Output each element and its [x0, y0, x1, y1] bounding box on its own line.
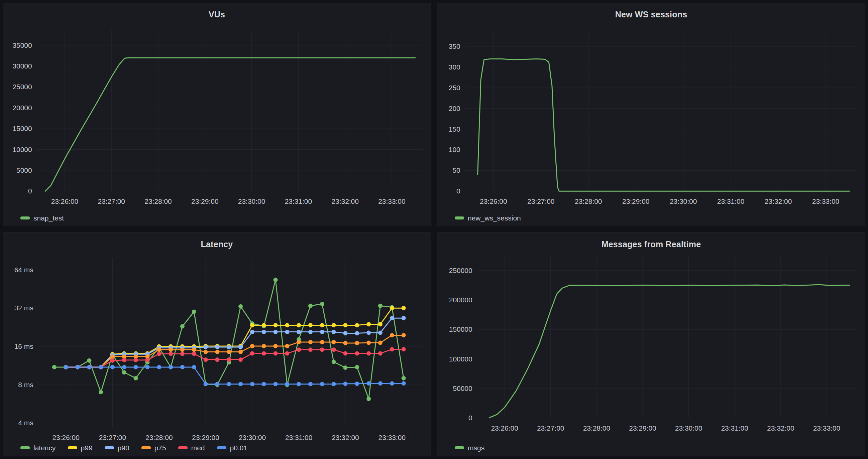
svg-text:23:27:00: 23:27:00	[98, 197, 125, 205]
svg-text:23:30:00: 23:30:00	[238, 197, 265, 205]
svg-text:23:29:00: 23:29:00	[629, 424, 656, 432]
new-ws-sessions-chart[interactable]: 05010015020025030035023:26:0023:27:0023:…	[437, 3, 865, 226]
panel-messages-from-realtime: 05000010000015000020000025000023:26:0023…	[437, 232, 865, 456]
svg-text:23:28:00: 23:28:00	[575, 197, 602, 205]
svg-text:8 ms: 8 ms	[18, 381, 33, 389]
svg-text:23:26:00: 23:26:00	[51, 197, 78, 205]
legend-label: new_ws_session	[468, 215, 521, 222]
legend-swatch-snap_test	[21, 217, 30, 220]
legend-item-snap_test[interactable]: snap_test	[21, 215, 64, 222]
svg-text:23:30:00: 23:30:00	[675, 424, 702, 432]
svg-text:350: 350	[449, 42, 460, 50]
svg-text:23:32:00: 23:32:00	[331, 197, 359, 205]
svg-text:23:29:00: 23:29:00	[191, 197, 218, 205]
svg-text:23:26:00: 23:26:00	[480, 197, 507, 205]
svg-text:0: 0	[468, 414, 472, 422]
vus-chart-svg[interactable]: 0500010000150002000025000300003500023:26…	[3, 3, 431, 226]
svg-text:23:28:00: 23:28:00	[145, 197, 172, 205]
svg-text:23:27:00: 23:27:00	[99, 434, 126, 441]
svg-text:23:32:00: 23:32:00	[765, 197, 792, 205]
panel-latency: 4 ms8 ms16 ms32 ms64 ms23:26:0023:27:002…	[3, 232, 431, 456]
svg-text:23:26:00: 23:26:00	[491, 424, 518, 432]
svg-text:200: 200	[449, 104, 460, 112]
legend-label: msgs	[468, 444, 485, 451]
legend-label: p90	[118, 444, 129, 451]
legend-label: latency	[33, 444, 56, 451]
legend-item-msgs[interactable]: msgs	[455, 444, 485, 451]
svg-text:250000: 250000	[449, 267, 472, 274]
svg-text:300: 300	[449, 63, 460, 71]
latency-chart[interactable]: 4 ms8 ms16 ms32 ms64 ms23:26:0023:27:002…	[3, 233, 431, 456]
messages-chart-svg[interactable]: 05000010000015000020000025000023:26:0023…	[437, 233, 865, 456]
svg-text:100000: 100000	[449, 355, 472, 363]
svg-text:20000: 20000	[12, 104, 32, 111]
svg-text:23:32:00: 23:32:00	[332, 434, 359, 441]
svg-text:100: 100	[449, 146, 460, 153]
svg-text:150: 150	[449, 125, 460, 133]
svg-text:23:33:00: 23:33:00	[813, 424, 840, 432]
svg-text:150000: 150000	[449, 325, 472, 333]
svg-text:30000: 30000	[12, 62, 32, 70]
legend-item-p90[interactable]: p90	[105, 444, 129, 451]
svg-text:23:27:00: 23:27:00	[537, 424, 564, 432]
legend-swatch-med	[178, 446, 188, 449]
legend-label: p75	[154, 444, 166, 451]
legend-label: p99	[81, 444, 93, 451]
messages-chart[interactable]: 05000010000015000020000025000023:26:0023…	[437, 233, 865, 456]
legend-item-p99[interactable]: p99	[68, 444, 93, 451]
svg-text:23:31:00: 23:31:00	[285, 197, 312, 205]
svg-text:0: 0	[28, 187, 32, 195]
svg-text:23:32:00: 23:32:00	[767, 424, 794, 432]
svg-text:16 ms: 16 ms	[14, 342, 33, 350]
legend-swatch-p75	[142, 446, 151, 449]
svg-text:23:33:00: 23:33:00	[378, 197, 405, 205]
vus-chart[interactable]: 0500010000150002000025000300003500023:26…	[3, 3, 431, 226]
legend-swatch-msgs	[455, 446, 464, 449]
legend-swatch-new_ws_session	[455, 217, 464, 220]
svg-text:23:31:00: 23:31:00	[721, 424, 748, 432]
latency-legend: latencyp99p90p75medp0.01	[21, 444, 247, 451]
svg-text:23:33:00: 23:33:00	[812, 197, 839, 205]
svg-text:23:27:00: 23:27:00	[527, 197, 554, 205]
svg-text:23:28:00: 23:28:00	[146, 434, 173, 441]
svg-text:15000: 15000	[12, 125, 32, 132]
svg-text:35000: 35000	[12, 41, 32, 49]
panel-title-vus[interactable]: VUs	[3, 10, 431, 20]
new-ws-sessions-chart-svg[interactable]: 05010015020025030035023:26:0023:27:0023:…	[437, 3, 865, 226]
svg-text:200000: 200000	[449, 296, 472, 304]
svg-text:0: 0	[456, 187, 460, 195]
svg-text:23:28:00: 23:28:00	[583, 424, 610, 432]
legend-item-p0.01[interactable]: p0.01	[217, 444, 248, 451]
svg-text:23:29:00: 23:29:00	[622, 197, 649, 205]
legend-item-new_ws_session[interactable]: new_ws_session	[455, 215, 521, 222]
svg-text:23:31:00: 23:31:00	[717, 197, 744, 205]
legend-label: snap_test	[33, 215, 64, 222]
legend-swatch-p90	[105, 446, 114, 449]
legend-label: med	[191, 444, 205, 451]
svg-text:23:26:00: 23:26:00	[52, 434, 79, 441]
svg-text:23:31:00: 23:31:00	[285, 434, 312, 441]
panel-vus: 0500010000150002000025000300003500023:26…	[3, 3, 431, 226]
svg-text:23:29:00: 23:29:00	[192, 434, 219, 441]
svg-text:50: 50	[453, 166, 460, 174]
svg-text:10000: 10000	[12, 146, 32, 153]
svg-text:23:30:00: 23:30:00	[670, 197, 697, 205]
legend-item-p75[interactable]: p75	[142, 444, 166, 451]
messages-legend: msgs	[455, 444, 485, 451]
svg-text:250: 250	[449, 84, 460, 92]
svg-text:23:33:00: 23:33:00	[378, 434, 406, 441]
new-ws-sessions-legend: new_ws_session	[455, 215, 521, 222]
svg-text:25000: 25000	[12, 83, 32, 91]
svg-text:4 ms: 4 ms	[18, 419, 33, 427]
latency-chart-svg[interactable]: 4 ms8 ms16 ms32 ms64 ms23:26:0023:27:002…	[3, 233, 431, 456]
legend-item-med[interactable]: med	[178, 444, 205, 451]
legend-swatch-p99	[68, 446, 77, 449]
legend-swatch-latency	[21, 446, 30, 449]
panel-title-new-ws-sessions[interactable]: New WS sessions	[437, 10, 865, 20]
panel-new-ws-sessions: 05010015020025030035023:26:0023:27:0023:…	[437, 3, 865, 226]
svg-text:32 ms: 32 ms	[14, 304, 33, 312]
panel-title-messages[interactable]: Messages from Realtime	[437, 239, 865, 249]
legend-item-latency[interactable]: latency	[21, 444, 56, 451]
svg-text:64 ms: 64 ms	[14, 266, 33, 273]
panel-title-latency[interactable]: Latency	[3, 239, 431, 249]
